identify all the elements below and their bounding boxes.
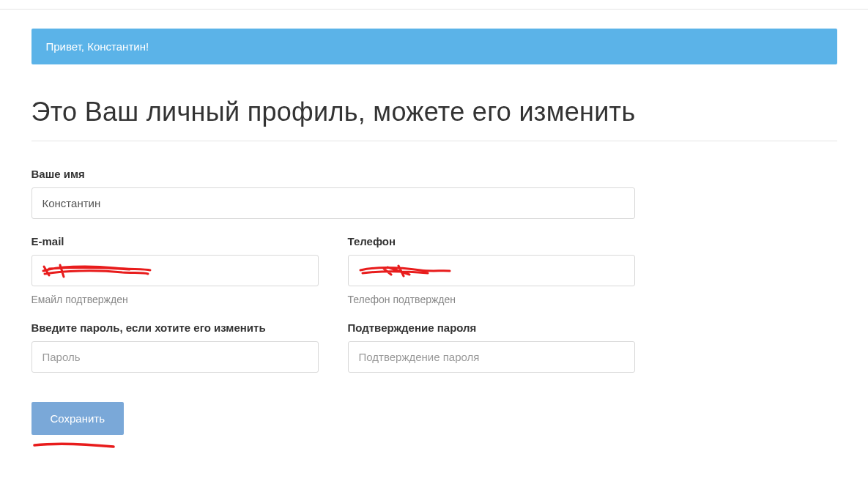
email-input[interactable] [31, 255, 319, 286]
email-label: E-mail [31, 235, 319, 247]
password-input[interactable] [31, 341, 319, 373]
phone-helper: Телефон подтвержден [348, 294, 635, 305]
page-container: Привет, Константин! Это Ваш личный профи… [31, 29, 837, 451]
greeting-banner: Привет, Константин! [31, 29, 837, 64]
group-phone: Телефон Телефон подтвержден [348, 235, 635, 305]
group-password-confirm: Подтверждение пароля [348, 321, 635, 373]
row-password: Введите пароль, если хотите его изменить… [31, 321, 635, 373]
phone-input-wrap [348, 255, 635, 286]
save-button-wrap: Сохранить [31, 389, 837, 451]
group-name: Ваше имя [31, 168, 635, 219]
page-title: Это Ваш личный профиль, можете его измен… [31, 97, 837, 127]
name-label: Ваше имя [31, 168, 635, 180]
save-button[interactable]: Сохранить [31, 402, 125, 435]
phone-input[interactable] [348, 255, 635, 286]
top-divider [0, 9, 868, 10]
password-confirm-input[interactable] [348, 341, 635, 373]
title-divider [31, 141, 837, 141]
profile-form: Ваше имя E-mail Емайл подтвержден Телефо… [31, 168, 837, 451]
password-label: Введите пароль, если хотите его изменить [31, 321, 319, 334]
email-input-wrap [31, 255, 319, 286]
name-input[interactable] [31, 187, 635, 219]
phone-label: Телефон [348, 235, 635, 247]
row-email-phone: E-mail Емайл подтвержден Телефон [31, 235, 635, 305]
row-name: Ваше имя [31, 168, 837, 219]
password-confirm-label: Подтверждение пароля [348, 321, 635, 334]
greeting-text: Привет, Константин! [46, 40, 149, 53]
group-email: E-mail Емайл подтвержден [31, 235, 319, 305]
group-password: Введите пароль, если хотите его изменить [31, 321, 319, 373]
email-helper: Емайл подтвержден [31, 294, 319, 305]
underline-mark-icon [31, 441, 118, 451]
